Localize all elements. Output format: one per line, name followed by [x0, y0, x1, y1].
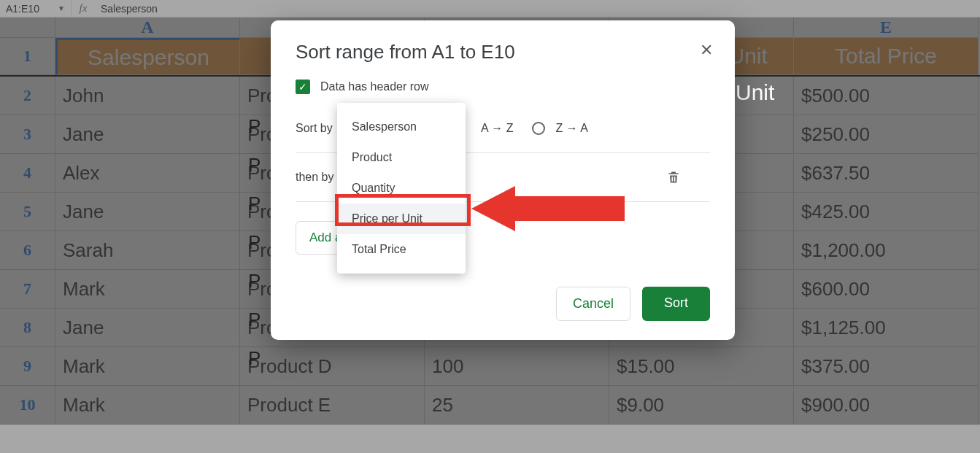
close-icon[interactable]: ✕	[700, 42, 713, 58]
select-all-corner[interactable]	[0, 18, 55, 38]
checkbox-checked-icon[interactable]: ✓	[296, 80, 310, 94]
row-header[interactable]: 10	[0, 386, 55, 425]
header-cell-total-price[interactable]: Total Price	[794, 38, 979, 75]
col-header-a[interactable]: A	[55, 18, 240, 38]
dialog-actions: Cancel Sort	[296, 287, 710, 321]
row-header[interactable]: 4	[0, 154, 55, 193]
radio-icon	[532, 122, 545, 135]
cell[interactable]: $1,200.00	[794, 231, 979, 270]
dropdown-item-price-per-unit[interactable]: Price per Unit	[337, 204, 466, 234]
cell[interactable]: John	[55, 77, 240, 115]
cell[interactable]: $250.00	[794, 115, 979, 154]
row-header[interactable]: 2	[0, 77, 55, 115]
row-header[interactable]: 1	[0, 38, 55, 75]
row-header[interactable]: 8	[0, 309, 55, 347]
radio-az-label: A → Z	[481, 122, 513, 135]
dropdown-item-total-price[interactable]: Total Price	[337, 234, 466, 265]
cell[interactable]: Jane	[55, 309, 240, 347]
cell[interactable]: Jane	[55, 193, 240, 231]
row-header[interactable]: 6	[0, 231, 55, 270]
table-row: 10 Mark Product E 25 $9.00 $900.00	[0, 386, 980, 425]
dropdown-item-salesperson[interactable]: Salesperson	[337, 112, 466, 142]
cell[interactable]: $375.00	[794, 347, 979, 386]
cell[interactable]: $1,125.00	[794, 309, 979, 347]
sort-button[interactable]: Sort	[642, 287, 710, 321]
name-box[interactable]: A1:E10 ▼	[6, 0, 72, 17]
trash-icon	[666, 169, 681, 185]
dropdown-item-quantity[interactable]: Quantity	[337, 173, 466, 204]
cell[interactable]: $637.50	[794, 154, 979, 193]
col-header-e[interactable]: E	[794, 18, 979, 38]
fx-icon[interactable]: fx	[72, 2, 95, 15]
cell[interactable]: $500.00	[794, 77, 979, 115]
dropdown-item-product[interactable]: Product	[337, 142, 466, 173]
cell[interactable]: 25	[425, 386, 609, 425]
table-row: 9 Mark Product D 100 $15.00 $375.00	[0, 347, 980, 386]
radio-za-label: Z → A	[555, 122, 587, 135]
cell[interactable]: Product D	[240, 347, 425, 386]
header-cell-salesperson[interactable]: Salesperson	[55, 38, 240, 75]
sort-column-dropdown[interactable]: Salesperson Product Quantity Price per U…	[337, 103, 466, 274]
radio-az[interactable]: A → Z	[481, 122, 513, 135]
cell[interactable]: $600.00	[794, 270, 979, 309]
sort-direction-group: A → Z Z → A	[481, 122, 588, 135]
dialog-title: Sort range from A1 to E10	[296, 41, 710, 63]
row-header[interactable]: 3	[0, 115, 55, 154]
name-box-dropdown-icon[interactable]: ▼	[58, 4, 65, 12]
header-row-checkbox-row[interactable]: ✓ Data has header row	[296, 80, 710, 94]
cell[interactable]: $900.00	[794, 386, 979, 425]
cell[interactable]: Sarah	[55, 231, 240, 270]
cell[interactable]: $9.00	[609, 386, 794, 425]
cell[interactable]: $15.00	[609, 347, 794, 386]
cell[interactable]: Mark	[55, 347, 240, 386]
formula-content[interactable]: Salesperson	[95, 3, 158, 15]
cell[interactable]: $425.00	[794, 193, 979, 231]
range-reference: A1:E10	[6, 3, 39, 15]
row-header[interactable]: 9	[0, 347, 55, 386]
radio-za[interactable]: Z → A	[532, 122, 587, 135]
cell[interactable]: Mark	[55, 270, 240, 309]
sort-by-label: Sort by	[296, 122, 339, 135]
cell[interactable]: Jane	[55, 115, 240, 154]
row-header[interactable]: 7	[0, 270, 55, 309]
cancel-button[interactable]: Cancel	[556, 287, 630, 321]
formula-bar: A1:E10 ▼ fx Salesperson	[0, 0, 980, 18]
cell[interactable]: 100	[425, 347, 609, 386]
then-by-label: then by	[296, 171, 339, 184]
cell[interactable]: Mark	[55, 386, 240, 425]
header-row-label: Data has header row	[320, 80, 429, 93]
row-header[interactable]: 5	[0, 193, 55, 231]
cell[interactable]: Product E	[240, 386, 425, 425]
delete-sort-column-button[interactable]	[666, 169, 681, 185]
cell[interactable]: Alex	[55, 154, 240, 193]
